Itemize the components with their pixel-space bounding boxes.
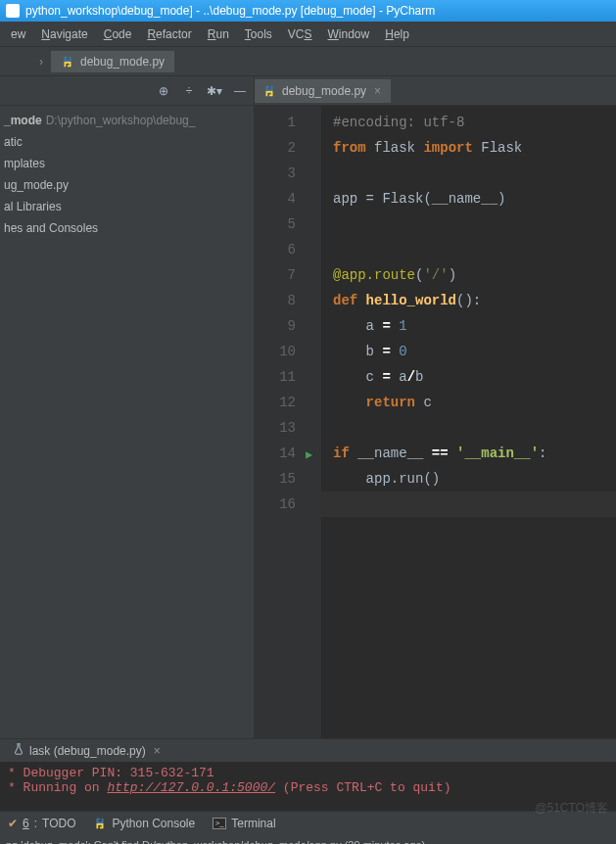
menu-window[interactable]: Window (321, 25, 377, 43)
close-run-tab-icon[interactable]: × (154, 744, 161, 758)
menu-help[interactable]: Help (378, 25, 416, 43)
project-sidebar: ⊕ ÷ ✱▾ — _mode D:\python_workshop\debug_… (0, 76, 255, 738)
project-name: _mode (4, 114, 42, 127)
nav-tab-row: › debug_mode.py (0, 47, 616, 76)
run-tab-label: lask (debug_mode.py) (29, 744, 146, 758)
code-line-2[interactable]: from flask import Flask (333, 135, 546, 161)
code-line-9[interactable]: a = 1 (333, 313, 546, 339)
code-line-11[interactable]: c = a/b (333, 364, 546, 390)
menu-ew[interactable]: ew (4, 25, 32, 43)
code-line-5[interactable] (333, 211, 546, 237)
python-file-icon (61, 55, 74, 69)
code-line-7[interactable]: @app.route('/') (333, 262, 546, 288)
python-console-button[interactable]: Python Console (93, 817, 195, 830)
code-line-12[interactable]: return c (333, 390, 546, 415)
project-path: D:\python_workshop\debug_ (46, 114, 196, 127)
console-line: * Running on http://127.0.0.1:5000/ (Pre… (8, 780, 608, 795)
breadcrumb-tab[interactable]: debug_mode.py (51, 51, 174, 72)
code-line-13[interactable] (333, 415, 546, 441)
nav-chevron-icon[interactable]: › (39, 55, 43, 69)
server-url-link[interactable]: http://127.0.0.1:5000/ (107, 780, 275, 795)
code-line-6[interactable] (333, 237, 546, 262)
terminal-icon: >_ (213, 818, 226, 829)
todo-icon: ✔ (8, 817, 18, 830)
editor-pane: debug_mode.py × 12345678910111213141516 … (255, 76, 616, 738)
menu-code[interactable]: Code (97, 25, 139, 43)
code-line-15[interactable]: app.run() (333, 466, 546, 492)
editor-tab-label: debug_mode.py (282, 84, 366, 98)
code-line-1[interactable]: #encoding: utf-8 (333, 110, 546, 135)
console-line: * Debugger PIN: 315-632-171 (8, 766, 608, 780)
main-area: ⊕ ÷ ✱▾ — _mode D:\python_workshop\debug_… (0, 76, 616, 738)
run-tool-header: lask (debug_mode.py) × (0, 738, 616, 762)
status-bar: ng 'debug_mode': Can't find D:/python_wo… (0, 834, 616, 844)
code-content[interactable]: #encoding: utf-8from flask import Flask … (304, 106, 546, 738)
watermark: @51CTO博客 (535, 800, 608, 817)
tree-item[interactable]: hes and Consoles (0, 217, 254, 239)
menu-navigate[interactable]: Navigate (34, 25, 94, 43)
menu-tools[interactable]: Tools (238, 25, 279, 43)
breadcrumb-label: debug_mode.py (80, 55, 165, 69)
code-line-8[interactable]: def hello_world(): (333, 288, 546, 313)
terminal-button[interactable]: >_ Terminal (213, 817, 275, 830)
tool-window-bar: ✔ 6: TODO Python Console >_ Terminal (0, 811, 616, 834)
project-tree[interactable]: _mode D:\python_workshop\debug_ aticmpla… (0, 106, 254, 243)
tree-item[interactable]: ug_mode.py (0, 174, 254, 196)
gutter-icons (304, 106, 321, 738)
close-tab-icon[interactable]: × (372, 84, 383, 98)
collapse-icon[interactable]: ÷ (181, 83, 197, 99)
menu-bar: ewNavigateCodeRefactorRunToolsVCSWindowH… (0, 22, 616, 47)
hide-icon[interactable]: — (232, 83, 248, 99)
code-line-3[interactable] (333, 161, 546, 186)
console-output[interactable]: * Debugger PIN: 315-632-171 * Running on… (0, 762, 616, 811)
project-root[interactable]: _mode D:\python_workshop\debug_ (0, 110, 254, 131)
todo-tool-button[interactable]: ✔ 6: TODO (8, 817, 75, 830)
line-gutter[interactable]: 12345678910111213141516 (255, 106, 304, 738)
title-bar: python_workshop\debug_mode] - ..\debug_m… (0, 0, 616, 22)
sidebar-toolbar: ⊕ ÷ ✱▾ — (0, 76, 254, 106)
status-message: ng 'debug_mode': Can't find D:/python_wo… (6, 839, 425, 844)
python-file-icon (262, 84, 276, 98)
app-icon (6, 4, 20, 18)
flask-icon (12, 742, 25, 759)
tree-item[interactable]: atic (0, 131, 254, 153)
settings-icon[interactable]: ✱▾ (207, 83, 222, 99)
menu-vcs[interactable]: VCS (281, 25, 319, 43)
tree-item[interactable]: mplates (0, 153, 254, 174)
code-line-16[interactable] (304, 492, 616, 517)
editor-tab-active[interactable]: debug_mode.py × (255, 79, 391, 103)
tree-item[interactable]: al Libraries (0, 196, 254, 217)
menu-refactor[interactable]: Refactor (140, 25, 198, 43)
run-tab[interactable]: lask (debug_mode.py) × (4, 740, 168, 761)
editor-tabs: debug_mode.py × (255, 76, 616, 106)
python-icon (93, 817, 107, 830)
window-title: python_workshop\debug_mode] - ..\debug_m… (25, 4, 435, 18)
locate-icon[interactable]: ⊕ (156, 83, 171, 99)
code-line-4[interactable]: app = Flask(__name__) (333, 186, 546, 211)
menu-run[interactable]: Run (201, 25, 236, 43)
code-line-14[interactable]: if __name__ == '__main__': (333, 441, 546, 466)
code-line-10[interactable]: b = 0 (333, 339, 546, 364)
code-area[interactable]: 12345678910111213141516 ▶ #encoding: utf… (255, 106, 616, 738)
run-gutter-icon[interactable]: ▶ (306, 443, 312, 468)
